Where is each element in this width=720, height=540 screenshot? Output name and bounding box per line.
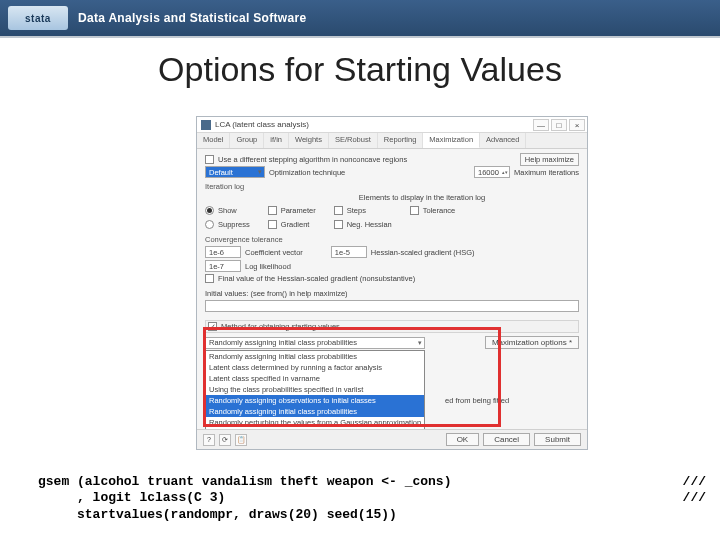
tab-reporting[interactable]: Reporting [378, 133, 424, 148]
help-icon[interactable]: ? [203, 434, 215, 446]
trace-checkbox[interactable] [205, 274, 214, 283]
iterlog-section: Iteration log [205, 182, 579, 191]
show-label: Show [218, 206, 237, 215]
grad-checkbox[interactable] [268, 220, 277, 229]
dialog-tabs: Model Group if/in Weights SE/Robust Repo… [197, 133, 587, 149]
divider [0, 36, 720, 38]
copy-icon[interactable]: 📋 [235, 434, 247, 446]
maxiter-value: 16000 [478, 168, 499, 177]
grad-label: Gradient [281, 220, 310, 229]
suppress-label: Suppress [218, 220, 250, 229]
steps-checkbox[interactable] [334, 206, 343, 215]
ll-tol-label: Log likelihood [245, 262, 291, 271]
dropdown-option[interactable]: Randomly perturbing the values from a Ga… [206, 417, 424, 428]
hsg-tol-label: Hessian-scaled gradient (HSG) [371, 248, 475, 257]
code-line-3: startvalues(randompr, draws(20) seed(15)… [38, 507, 397, 522]
dialog-title: LCA (latent class analysis) [215, 120, 309, 129]
tab-maximization[interactable]: Maximization [423, 133, 480, 148]
stepping-checkbox[interactable] [205, 155, 214, 164]
coef-tol-input[interactable]: 1e-6 [205, 246, 241, 258]
trace-label: Final value of the Hessian-scaled gradie… [218, 274, 415, 283]
steps-label: Steps [347, 206, 366, 215]
dropdown-option-selected[interactable]: Randomly assigning initial class probabi… [206, 406, 424, 417]
tol-checkbox[interactable] [410, 206, 419, 215]
maxopts-button[interactable]: Maximization options * [485, 336, 579, 349]
stata-logo: stata [8, 6, 68, 30]
hsg-tol-input[interactable]: 1e-5 [331, 246, 367, 258]
dropdown-option[interactable]: Latent class determined by running a fac… [206, 362, 424, 373]
code-line-1: gsem (alcohol truant vandalism theft wea… [38, 474, 451, 489]
hsg-tol-value: 1e-5 [335, 248, 350, 257]
starting-method-dropdown[interactable]: Randomly assigning initial class probabi… [205, 350, 425, 440]
slash-1: /// [683, 474, 706, 489]
close-button[interactable]: × [569, 119, 585, 131]
tab-weights[interactable]: Weights [289, 133, 329, 148]
reset-icon[interactable]: ⟳ [219, 434, 231, 446]
coef-tol-label: Coefficient vector [245, 248, 303, 257]
coef-tol-value: 1e-6 [209, 248, 224, 257]
stepping-label: Use a different stepping algorithm in no… [218, 155, 407, 164]
minimize-button[interactable]: — [533, 119, 549, 131]
app-icon [201, 120, 211, 130]
init-values-input[interactable] [205, 300, 579, 312]
submit-button[interactable]: Submit [534, 433, 581, 446]
tab-group[interactable]: Group [230, 133, 264, 148]
tab-advanced[interactable]: Advanced [480, 133, 526, 148]
elements-label: Elements to display in the iteration log [359, 193, 485, 202]
starting-values-label: Method for obtaining starting values [221, 322, 340, 331]
param-label: Parameter [281, 206, 316, 215]
opt-technique-value: Default [209, 168, 233, 177]
dropdown-option[interactable]: Randomly assigning initial class probabi… [206, 351, 424, 362]
dialog-titlebar: LCA (latent class analysis) — □ × [197, 117, 587, 133]
opt-technique-label: Optimization technique [269, 168, 345, 177]
starting-values-checkbox[interactable]: ✓ [208, 322, 217, 331]
maxiter-spinner[interactable]: 16000 [474, 166, 510, 178]
ok-button[interactable]: OK [446, 433, 480, 446]
suppress-radio[interactable] [205, 220, 214, 229]
dropdown-option[interactable]: Latent class specified in varname [206, 373, 424, 384]
code-line-2: , logit lclass(C 3) [38, 490, 225, 505]
init-values-label: Initial values: (see from() in help maxi… [205, 289, 348, 298]
cancel-button[interactable]: Cancel [483, 433, 530, 446]
continuation-slashes: /// /// [683, 474, 706, 507]
hess-label: Neg. Hessian [347, 220, 392, 229]
dialog-footer: ? ⟳ 📋 OK Cancel Submit [197, 429, 587, 449]
ll-tol-input[interactable]: 1e-7 [205, 260, 241, 272]
tab-ifin[interactable]: if/in [264, 133, 289, 148]
code-block: gsem (alcohol truant vandalism theft wea… [38, 474, 710, 523]
page-title: Options for Starting Values [0, 50, 720, 89]
dropdown-option[interactable]: Randomly assigning observations to initi… [206, 395, 424, 406]
tagline: Data Analysis and Statistical Software [78, 11, 306, 25]
opt-technique-select[interactable]: Default [205, 166, 265, 178]
ll-tol-value: 1e-7 [209, 262, 224, 271]
show-radio[interactable] [205, 206, 214, 215]
dropdown-option[interactable]: Using the class probabilities specified … [206, 384, 424, 395]
maximize-button[interactable]: □ [551, 119, 567, 131]
conv-section: Convergence tolerance [205, 235, 579, 244]
lca-dialog: LCA (latent class analysis) — □ × Model … [196, 116, 588, 450]
maxiter-label: Maximum iterations [514, 168, 579, 177]
slash-2: /// [683, 490, 706, 505]
drop-fit-label: ed from being fitted [445, 396, 509, 405]
tab-model[interactable]: Model [197, 133, 230, 148]
tab-se[interactable]: SE/Robust [329, 133, 378, 148]
param-checkbox[interactable] [268, 206, 277, 215]
app-topbar: stata Data Analysis and Statistical Soft… [0, 0, 720, 36]
starting-method-value: Randomly assigning initial class probabi… [209, 338, 357, 347]
help-maximize-button[interactable]: Help maximize [520, 153, 579, 166]
starting-method-select[interactable]: Randomly assigning initial class probabi… [205, 337, 425, 349]
hess-checkbox[interactable] [334, 220, 343, 229]
tol-label: Tolerance [423, 206, 456, 215]
dialog-body: Use a different stepping algorithm in no… [197, 149, 587, 416]
